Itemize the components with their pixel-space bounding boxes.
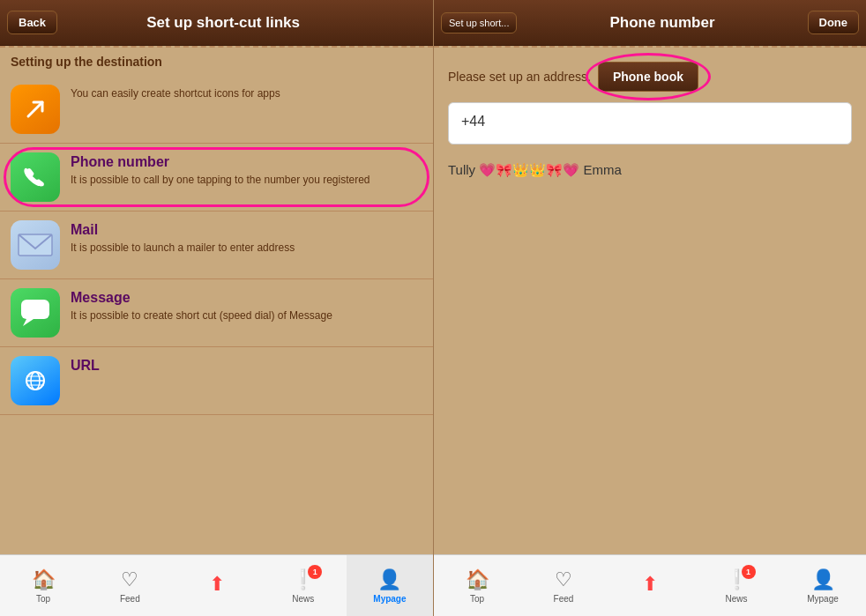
upload-badge-wrapper-left: ⬆ [209, 573, 225, 596]
home-icon-right: 🏠 [466, 568, 489, 591]
upload-icon-left: ⬆ [209, 573, 225, 595]
message-icon [11, 288, 60, 338]
shortcuts-icon [11, 85, 60, 134]
left-panel: Back Set up short-cut links Setting up t… [0, 0, 433, 616]
home-icon-left: 🏠 [32, 568, 56, 591]
shortcuts-text: You can easily create shortcut icons for… [71, 85, 422, 101]
tab-news-left[interactable]: ❕ 1 News [260, 555, 347, 616]
list-item-phone[interactable]: Phone number It is possible to call by o… [0, 144, 433, 212]
right-content: Please set up an address. Phone book +44… [434, 48, 866, 554]
phone-desc: It is possible to call by one tapping to… [71, 173, 422, 188]
upload-badge-wrapper-right: ⬆ [642, 573, 658, 596]
right-nav-bar: Set up short... Phone number Done [434, 0, 866, 46]
left-nav-title: Set up short-cut links [64, 14, 382, 32]
tab-mypage-label-left: Mypage [373, 594, 406, 604]
tab-news-label-right: News [725, 594, 747, 604]
right-content-area [448, 196, 852, 547]
mypage-icon-right: 👤 [811, 568, 835, 591]
tab-news-label-left: News [292, 594, 314, 604]
right-back-button[interactable]: Set up short... [441, 12, 517, 33]
section-header: Setting up the destination [0, 48, 433, 76]
tab-mypage-left[interactable]: 👤 Mypage [347, 555, 433, 616]
right-panel: Set up short... Phone number Done Please… [433, 0, 866, 616]
phone-title: Phone number [71, 154, 422, 170]
shortcuts-desc: You can easily create shortcut icons for… [71, 86, 422, 101]
heart-icon-left: ♡ [121, 568, 138, 591]
tab-upload-right[interactable]: ⬆ [607, 555, 693, 616]
mypage-icon-left: 👤 [377, 568, 401, 591]
svg-rect-1 [21, 300, 49, 319]
tab-feed-left[interactable]: ♡ Feed [86, 555, 173, 616]
tab-feed-right[interactable]: ♡ Feed [520, 555, 607, 616]
list-item-shortcuts[interactable]: You can easily create shortcut icons for… [0, 76, 433, 144]
news-badge-wrapper-left: ❕ 1 [291, 568, 315, 591]
tab-news-right[interactable]: ❕ 1 News [693, 555, 780, 616]
message-text: Message It is possible to create short c… [71, 288, 422, 323]
tab-top-label-left: Top [36, 594, 50, 604]
left-tab-bar: 🏠 Top ♡ Feed ⬆ ❕ 1 News 👤 Mypage [0, 554, 433, 616]
phone-text: Phone number It is possible to call by o… [71, 152, 422, 188]
done-button[interactable]: Done [808, 11, 860, 34]
back-button[interactable]: Back [7, 11, 57, 34]
mail-title: Mail [71, 222, 422, 238]
phone-book-button[interactable]: Phone book [598, 62, 698, 92]
tab-top-left[interactable]: 🏠 Top [0, 555, 86, 616]
tab-feed-label-left: Feed [120, 594, 140, 604]
svg-marker-2 [23, 319, 34, 326]
news-badge-wrapper-right: ❕ 1 [725, 568, 749, 591]
upload-icon-right: ⬆ [642, 573, 658, 595]
left-nav-bar: Back Set up short-cut links [0, 0, 433, 46]
contact-name: Tully 💗🎀👑👑🎀💗 Emma [448, 155, 852, 185]
list-item-message[interactable]: Message It is possible to create short c… [0, 279, 433, 347]
address-label: Please set up an address. [448, 70, 591, 84]
right-tab-bar: 🏠 Top ♡ Feed ⬆ ❕ 1 News 👤 Mypage [434, 554, 866, 616]
tab-feed-label-right: Feed [554, 594, 574, 604]
news-badge-right: 1 [742, 565, 756, 579]
list-item-url[interactable]: URL [0, 347, 433, 415]
message-desc: It is possible to create short cut (spee… [71, 308, 422, 323]
news-badge-left: 1 [308, 565, 322, 579]
tab-upload-left[interactable]: ⬆ [173, 555, 259, 616]
heart-icon-right: ♡ [555, 568, 572, 591]
list-item-mail[interactable]: Mail It is possible to launch a mailer t… [0, 212, 433, 279]
mail-desc: It is possible to launch a mailer to ent… [71, 241, 422, 256]
tab-top-right[interactable]: 🏠 Top [434, 555, 520, 616]
tab-mypage-right[interactable]: 👤 Mypage [780, 555, 866, 616]
url-text: URL [71, 356, 422, 376]
mail-text: Mail It is possible to launch a mailer t… [71, 220, 422, 256]
message-title: Message [71, 290, 422, 306]
url-icon [11, 356, 60, 405]
phone-book-wrapper: Phone book [598, 62, 698, 92]
url-title: URL [71, 358, 422, 374]
tab-mypage-label-right: Mypage [807, 594, 839, 604]
phone-input[interactable]: +44 [448, 102, 852, 145]
mail-icon [11, 220, 60, 270]
address-row: Please set up an address. Phone book [448, 62, 852, 92]
right-nav-title: Phone number [524, 14, 800, 32]
tab-top-label-right: Top [470, 594, 484, 604]
phone-icon [11, 152, 60, 202]
